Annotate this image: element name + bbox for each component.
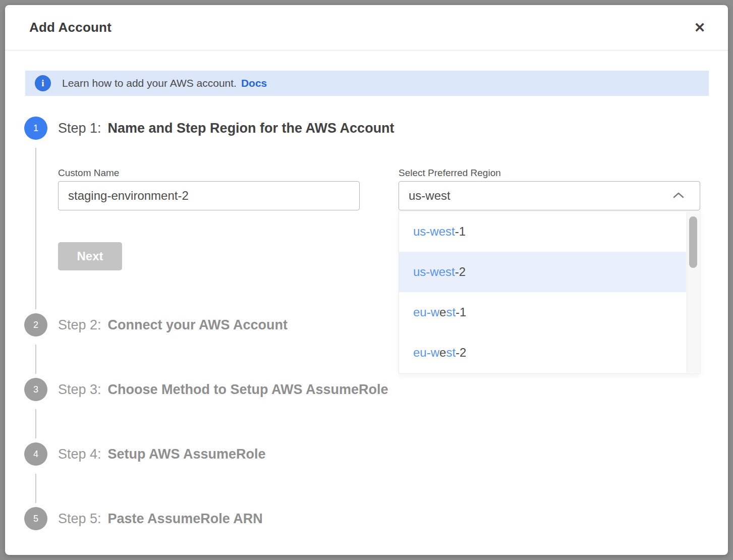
step-5: 5 Step 5: Paste AssumeRole ARN (24, 507, 709, 545)
region-option[interactable]: us-west-2 (399, 252, 686, 292)
custom-name-label: Custom Name (58, 167, 360, 179)
region-options-list: us-west-1us-west-2eu-west-1eu-west-2 (399, 211, 686, 373)
step-4-title: Setup AWS AssumeRole (108, 446, 266, 462)
step-3: 3 Step 3: Choose Method to Setup AWS Ass… (24, 378, 709, 442)
region-option[interactable]: eu-west-2 (399, 332, 686, 373)
step-2-title: Connect your AWS Account (108, 317, 288, 333)
info-banner: i Learn how to add your AWS account. Doc… (25, 71, 709, 96)
docs-link[interactable]: Docs (241, 77, 267, 89)
add-account-modal: Add Account ✕ i Learn how to add your AW… (5, 5, 728, 555)
region-option[interactable]: eu-west-1 (399, 292, 686, 332)
step-1-badge: 1 (24, 117, 47, 140)
step-5-title: Paste AssumeRole ARN (108, 511, 263, 527)
close-icon[interactable]: ✕ (689, 17, 711, 39)
step-1-heading: 1 Step 1: Name and Step Region for the A… (24, 117, 709, 140)
step-2-prefix: Step 2: (58, 317, 101, 333)
step-3-title: Choose Method to Setup AWS AssumeRole (108, 382, 388, 398)
custom-name-input[interactable] (58, 181, 360, 210)
step-4-heading: 4 Step 4: Setup AWS AssumeRole (24, 442, 709, 466)
modal-header: Add Account ✕ (5, 5, 728, 50)
step-1: 1 Step 1: Name and Step Region for the A… (24, 117, 709, 313)
banner-text: Learn how to add your AWS account. (62, 77, 237, 89)
modal-title: Add Account (29, 20, 111, 35)
info-icon: i (35, 75, 51, 91)
dropdown-scrollbar-thumb[interactable] (689, 216, 697, 268)
step-3-badge: 3 (24, 378, 47, 401)
region-select-wrap: us-west-1us-west-2eu-west-1eu-west-2 (399, 181, 700, 210)
region-option[interactable]: us-west-1 (399, 211, 686, 252)
region-select-input[interactable] (399, 181, 700, 210)
step-5-heading: 5 Step 5: Paste AssumeRole ARN (24, 507, 709, 530)
dropdown-scrollbar-track (687, 212, 699, 373)
region-dropdown: us-west-1us-west-2eu-west-1eu-west-2 (399, 211, 700, 374)
step-4-badge: 4 (24, 442, 47, 466)
step-4: 4 Step 4: Setup AWS AssumeRole (24, 442, 709, 507)
step-2-badge: 2 (24, 313, 47, 337)
next-button[interactable]: Next (58, 242, 122, 270)
step-5-badge: 5 (24, 507, 47, 530)
custom-name-column: Custom Name Next (58, 167, 360, 270)
region-label: Select Preferred Region (399, 167, 700, 179)
step-3-prefix: Step 3: (58, 382, 101, 398)
step-5-prefix: Step 5: (58, 511, 101, 527)
step-4-prefix: Step 4: (58, 446, 101, 462)
step-1-content: Custom Name Next Select Preferred Region… (58, 167, 709, 270)
step-1-prefix: Step 1: (58, 121, 101, 136)
region-column: Select Preferred Region us-west-1us-west… (399, 167, 700, 270)
step-1-title: Name and Step Region for the AWS Account (108, 121, 394, 136)
modal-body: i Learn how to add your AWS account. Doc… (5, 71, 728, 545)
step-3-heading: 3 Step 3: Choose Method to Setup AWS Ass… (24, 378, 709, 401)
